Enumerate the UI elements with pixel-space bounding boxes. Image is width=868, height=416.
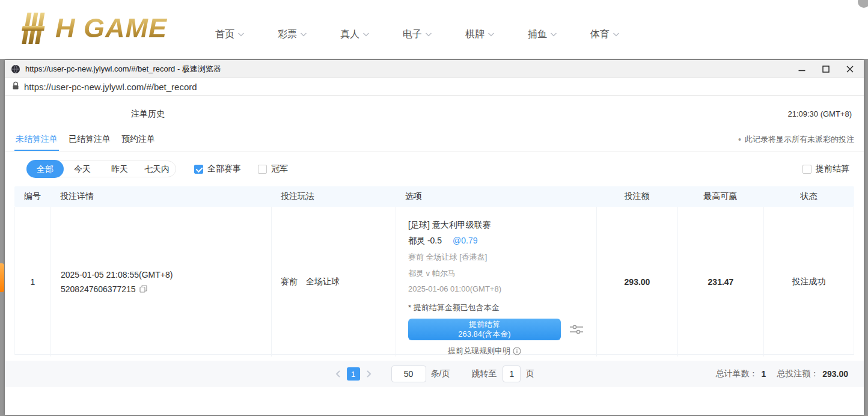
tab-settled[interactable]: 已结算注单 xyxy=(67,127,112,151)
pagination: 1 条/页 跳转至 页 xyxy=(335,361,534,387)
total-count-value: 1 xyxy=(761,369,766,379)
logo[interactable]: H GAME xyxy=(17,8,167,48)
side-widget-tab[interactable] xyxy=(0,263,4,292)
desktop-background: https://user-pc-new.jylywl.com/#/bet_rec… xyxy=(0,59,868,416)
chevron-down-icon xyxy=(550,32,557,37)
cell-bet-detail: 2025-01-05 21:08:55(GMT+8) 5208247606377… xyxy=(51,207,272,356)
nav-label: 体育 xyxy=(590,28,610,41)
checkbox-label: 提前结算 xyxy=(816,164,849,174)
selection-market: 赛前 全场让球 [香港盘] xyxy=(408,252,596,263)
unsettled-note: • 此记录将显示所有未派彩的投注 xyxy=(738,134,854,145)
chevron-down-icon xyxy=(237,32,245,37)
nav-label: 真人 xyxy=(340,28,359,41)
prev-page-icon[interactable] xyxy=(335,370,341,378)
tab-reserved[interactable]: 预约注单 xyxy=(120,127,156,151)
early-settle-checkbox[interactable]: 提前结算 xyxy=(802,164,849,174)
chevron-down-icon xyxy=(300,32,307,37)
total-stake-value: 293.00 xyxy=(822,369,848,379)
total-stake-label: 总投注额： xyxy=(777,369,819,379)
nav-label: 棋牌 xyxy=(465,28,484,41)
close-icon[interactable] xyxy=(846,65,854,73)
chevron-down-icon xyxy=(425,32,432,37)
col-header-selection: 选项 xyxy=(396,186,596,207)
page-number-current[interactable]: 1 xyxy=(347,367,360,381)
cashout-rules-link[interactable]: 提前兑现规则申明 xyxy=(408,346,561,356)
total-count-label: 总计单数： xyxy=(715,369,757,379)
date-option-today[interactable]: 今天 xyxy=(64,161,101,177)
selection-match: 都灵 v 帕尔马 xyxy=(408,268,596,279)
cell-stake: 293.00 xyxy=(597,207,678,356)
window-controls xyxy=(798,65,858,73)
nav-item-live[interactable]: 真人 xyxy=(340,28,370,41)
nav-item-cards[interactable]: 棋牌 xyxy=(465,28,495,41)
col-header-no: 编号 xyxy=(14,186,50,207)
tabs-row: 未结算注单 已结算注单 预约注单 • 此记录将显示所有未派彩的投注 xyxy=(5,127,864,151)
minimize-icon[interactable] xyxy=(798,65,806,73)
col-header-detail: 投注详情 xyxy=(50,186,271,207)
checkbox-unchecked-icon xyxy=(258,165,267,174)
nav-item-slots[interactable]: 电子 xyxy=(403,28,432,41)
checkbox-label: 冠军 xyxy=(271,164,288,174)
chevron-down-icon xyxy=(613,32,620,37)
cashout-button[interactable]: 提前结算 263.84(含本金) xyxy=(408,319,561,340)
maximize-icon[interactable] xyxy=(822,65,830,73)
per-page-label: 条/页 xyxy=(431,369,450,379)
selection-pick: 都灵 -0.5 xyxy=(408,236,442,246)
nav-label: 捕鱼 xyxy=(528,28,547,41)
main-nav: 首页 彩票 真人 电子 棋牌 捕鱼 体育 xyxy=(215,5,620,64)
page-size-input[interactable] xyxy=(391,366,426,382)
url-text: https://user-pc-new.jylywl.com/#/bet_rec… xyxy=(24,82,197,92)
date-option-all[interactable]: 全部 xyxy=(26,160,64,178)
totals: 总计单数： 1 总投注额： 293.00 xyxy=(715,361,848,387)
tab-unsettled[interactable]: 未结算注单 xyxy=(14,127,59,151)
jump-label: 跳转至 xyxy=(471,369,497,379)
chevron-down-icon xyxy=(362,32,370,37)
nav-item-fishing[interactable]: 捕鱼 xyxy=(528,28,557,41)
cashout-note: * 提前结算金额已包含本金 xyxy=(408,302,596,313)
page-title: 注单历史 xyxy=(131,109,165,120)
jump-page-input[interactable] xyxy=(503,366,521,382)
help-icon[interactable] xyxy=(858,0,868,8)
nav-label: 电子 xyxy=(403,28,422,41)
lock-icon xyxy=(12,81,19,93)
window-title: https://user-pc-new.jylywl.com/#/bet_rec… xyxy=(25,64,221,75)
table-footer: 1 条/页 跳转至 页 总计单数： 1 总投注额： xyxy=(5,361,864,387)
date-range-segmented: 全部 今天 昨天 七天内 xyxy=(26,161,176,177)
cell-play-type: 赛前 全场让球 xyxy=(272,207,396,356)
nav-item-home[interactable]: 首页 xyxy=(215,28,245,41)
cashout-button-label: 提前结算 xyxy=(469,320,500,329)
nav-item-sports[interactable]: 体育 xyxy=(590,28,620,41)
table-row: 1 2025-01-05 21:08:55(GMT+8) 52082476063… xyxy=(14,207,854,355)
col-header-maxwin: 最高可赢 xyxy=(677,186,763,207)
filter-row: 全部 今天 昨天 七天内 全部赛事 冠军 提前结算 xyxy=(5,159,864,179)
all-events-checkbox[interactable]: 全部赛事 xyxy=(194,164,241,174)
bet-time: 2025-01-05 21:08:55(GMT+8) xyxy=(61,270,271,280)
info-icon xyxy=(513,347,521,355)
cashout-slider-icon[interactable] xyxy=(569,323,584,336)
col-header-stake: 投注额 xyxy=(596,186,677,207)
chevron-down-icon xyxy=(487,32,495,37)
cell-no: 1 xyxy=(15,207,51,356)
note-bullet: • xyxy=(738,135,741,144)
checkbox-label: 全部赛事 xyxy=(207,164,241,174)
bet-record-page: 注单历史 21:09:30 (GMT+8) 未结算注单 已结算注单 预约注单 •… xyxy=(5,96,864,415)
browser-titlebar: https://user-pc-new.jylywl.com/#/bet_rec… xyxy=(5,60,864,78)
table-header-row: 编号 投注详情 投注玩法 选项 投注额 最高可赢 状态 xyxy=(14,186,854,207)
bets-table: 编号 投注详情 投注玩法 选项 投注额 最高可赢 状态 1 2025-01-05… xyxy=(14,186,854,355)
date-option-yesterday[interactable]: 昨天 xyxy=(101,161,138,177)
checkbox-checked-icon xyxy=(194,165,203,174)
selection-match-time: 2025-01-06 01:00(GMT+8) xyxy=(408,284,596,293)
col-header-play: 投注玩法 xyxy=(271,186,396,207)
copy-icon[interactable] xyxy=(139,285,147,293)
champion-checkbox[interactable]: 冠军 xyxy=(258,164,288,174)
nav-label: 彩票 xyxy=(278,28,297,41)
next-page-icon[interactable] xyxy=(366,370,372,378)
address-bar[interactable]: https://user-pc-new.jylywl.com/#/bet_rec… xyxy=(5,78,864,96)
browser-favicon-globe-icon xyxy=(11,64,20,74)
date-option-7days[interactable]: 七天内 xyxy=(138,161,176,177)
tab-label: 已结算注单 xyxy=(69,134,111,145)
browser-window: https://user-pc-new.jylywl.com/#/bet_rec… xyxy=(5,60,864,415)
bet-id: 5208247606377215 xyxy=(61,284,136,294)
cell-status: 投注成功 xyxy=(764,207,854,356)
nav-item-lottery[interactable]: 彩票 xyxy=(278,28,307,41)
